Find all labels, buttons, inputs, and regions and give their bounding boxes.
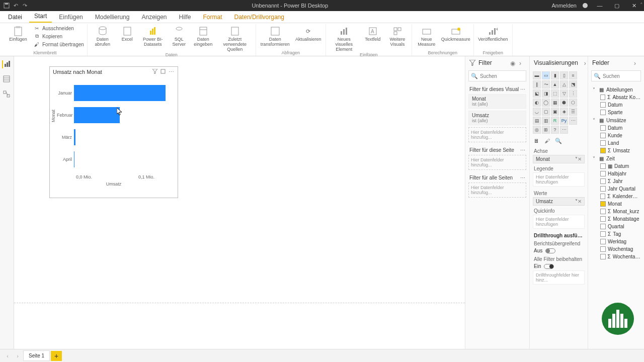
remove-icon[interactable]: ✕	[578, 156, 582, 162]
bar[interactable]	[74, 107, 120, 123]
more-icon[interactable]: ⋯	[520, 147, 525, 153]
axis-field[interactable]: Monat˅✕	[533, 155, 585, 163]
bar[interactable]	[74, 151, 74, 167]
menu-help[interactable]: Hilfe	[174, 12, 196, 23]
values-field[interactable]: Umsatz˅✕	[533, 197, 585, 206]
filter-search[interactable]: 🔍	[468, 70, 526, 81]
collapse-icon[interactable]: ›	[584, 60, 586, 66]
field-absatz[interactable]: ΣAbsatz Kom...	[590, 94, 642, 101]
undo-icon[interactable]: ↶	[12, 2, 19, 9]
data-view-icon[interactable]	[3, 75, 11, 83]
viz-stackarea-icon[interactable]: △	[560, 80, 568, 88]
viz-combo1-icon[interactable]: ⬔	[569, 80, 577, 88]
field-kw[interactable]: ΣKalenderwo...	[590, 193, 642, 200]
eye-icon[interactable]: ◉	[510, 60, 516, 66]
more-icon[interactable]: ⋯	[520, 175, 525, 180]
viz-qa-icon[interactable]: ?	[551, 126, 559, 134]
more-icon[interactable]: ⋯	[169, 69, 175, 75]
page-tab-1[interactable]: Seite 1	[23, 350, 50, 361]
table-umsaetze[interactable]: ˅▦Umsätze	[590, 116, 642, 124]
viz-py-icon[interactable]: Py	[560, 117, 568, 125]
add-page-button[interactable]: +	[51, 351, 62, 361]
viz-import-icon[interactable]: ⋯	[560, 126, 568, 134]
viz-kpi-icon[interactable]: ◈	[560, 108, 568, 116]
field-datum1[interactable]: Datum	[590, 101, 642, 109]
filter-card-monat[interactable]: Monatist (alle)	[468, 94, 526, 109]
filter-drop-page[interactable]: Hier Datenfelder hinzufüg...	[468, 155, 526, 170]
viz-donut-icon[interactable]: ◯	[542, 99, 550, 107]
report-view-icon[interactable]	[2, 60, 10, 68]
field-wochentag[interactable]: Wochentag	[590, 245, 642, 253]
field-quartal[interactable]: Quartal	[590, 223, 642, 230]
viz-line-icon[interactable]: 〜	[542, 80, 550, 88]
table-abteilungen[interactable]: ˅▦Abteilungen	[590, 85, 642, 94]
bar[interactable]	[74, 85, 166, 101]
bar[interactable]	[74, 129, 75, 145]
filter-card-umsatz[interactable]: Umsatzist (alle)	[468, 111, 526, 125]
menu-file[interactable]: Datei	[3, 12, 27, 23]
menu-format[interactable]: Format	[198, 12, 227, 23]
signin-button[interactable]: Anmelden	[551, 3, 577, 9]
viz-multi-icon[interactable]: ▣	[551, 108, 559, 116]
viz-clustered-col-icon[interactable]: ▯	[560, 71, 568, 79]
collapse-icon[interactable]: ›	[634, 60, 640, 66]
save-icon[interactable]	[3, 2, 10, 9]
quick-measure-button[interactable]: Quickmeasure	[441, 24, 470, 42]
field-halbjahr[interactable]: Halbjahr	[590, 170, 642, 177]
viz-more-icon[interactable]: ⋯	[569, 117, 577, 125]
field-monatkurz[interactable]: ΣMonat_kurz	[590, 208, 642, 215]
more-icon[interactable]: ⋯	[520, 86, 525, 92]
tooltip-drop[interactable]: Hier Datenfelder hinzufügen	[533, 215, 585, 229]
viz-keyinf-icon[interactable]: ◎	[533, 126, 541, 134]
viz-tree-icon[interactable]: ▦	[551, 99, 559, 107]
menu-view[interactable]: Anzeigen	[136, 12, 172, 23]
copy-button[interactable]: ⧉Kopieren	[33, 32, 84, 40]
report-canvas[interactable]: Umsatz nach Monat ⋯ Monat JanuarFebruarM…	[14, 56, 465, 349]
cross-toggle[interactable]	[545, 248, 555, 253]
menu-start[interactable]: Start	[29, 11, 52, 23]
remove-icon[interactable]: ✕	[578, 199, 582, 204]
drill-drop[interactable]: Drillthroughfelder hier hinz...	[533, 270, 585, 285]
cut-button[interactable]: ✂Ausschneiden	[33, 24, 84, 32]
maximize-icon[interactable]: ▢	[611, 1, 623, 11]
field-jahrq[interactable]: Jahr Quartal	[590, 185, 642, 193]
field-werktag[interactable]: Werktag	[590, 238, 642, 245]
viz-filled-icon[interactable]: ⬡	[569, 99, 577, 107]
enter-data-button[interactable]: Daten eingeben	[192, 24, 214, 47]
user-icon[interactable]	[582, 2, 589, 9]
collapse-ribbon-icon[interactable]: ˄	[640, 2, 643, 9]
redo-icon[interactable]: ↷	[21, 2, 28, 9]
menu-drill[interactable]: Daten/Drillvorgang	[229, 12, 289, 23]
viz-ribbon-icon[interactable]: ◨	[542, 89, 550, 98]
viz-slicer-icon[interactable]: ☰	[569, 108, 577, 116]
field-monat[interactable]: Monat	[590, 200, 642, 208]
new-measure-button[interactable]: Neue Measure	[415, 24, 438, 47]
viz-100col-icon[interactable]: ‖	[533, 80, 541, 88]
textbox-button[interactable]: ATextfeld	[362, 24, 383, 42]
viz-map-icon[interactable]: ⬢	[560, 99, 568, 107]
transform-button[interactable]: Daten transformieren	[259, 24, 291, 47]
field-kunde[interactable]: Kunde	[590, 132, 642, 139]
field-datum2[interactable]: Datum	[590, 124, 642, 132]
field-monatstage[interactable]: ΣMonatstage	[590, 215, 642, 223]
paste-button[interactable]: Einfügen	[6, 24, 30, 42]
new-visual-button[interactable]: Neues visuelles Element	[329, 24, 359, 52]
viz-100bar-icon[interactable]: ≡	[569, 71, 577, 79]
menu-insert[interactable]: Einfügen	[54, 12, 88, 23]
menu-model[interactable]: Modellierung	[90, 12, 135, 23]
field-umsatz[interactable]: ΣUmsatz	[590, 147, 642, 154]
field-wochentag2[interactable]: ΣWochentag...	[590, 253, 642, 260]
viz-decomp-icon[interactable]: ⊞	[542, 126, 550, 134]
field-land[interactable]: Land	[590, 139, 642, 147]
model-view-icon[interactable]	[3, 90, 11, 99]
fields-tab-icon[interactable]: 🗏	[534, 138, 539, 144]
viz-funnel-icon[interactable]: ▽	[560, 89, 568, 98]
analytics-tab-icon[interactable]: 🔍	[555, 138, 562, 144]
close-icon[interactable]: ✕	[628, 1, 640, 11]
get-data-button[interactable]: Daten abrufen	[91, 24, 115, 47]
viz-clustered-bar-icon[interactable]: ▭	[542, 71, 550, 79]
recent-sources-button[interactable]: Zuletzt verwendete Quellen	[217, 24, 253, 52]
sql-server-button[interactable]: SQL Server	[169, 24, 189, 47]
field-jahr[interactable]: ΣJahr	[590, 177, 642, 185]
viz-stacked-col-icon[interactable]: ▮	[551, 71, 559, 79]
